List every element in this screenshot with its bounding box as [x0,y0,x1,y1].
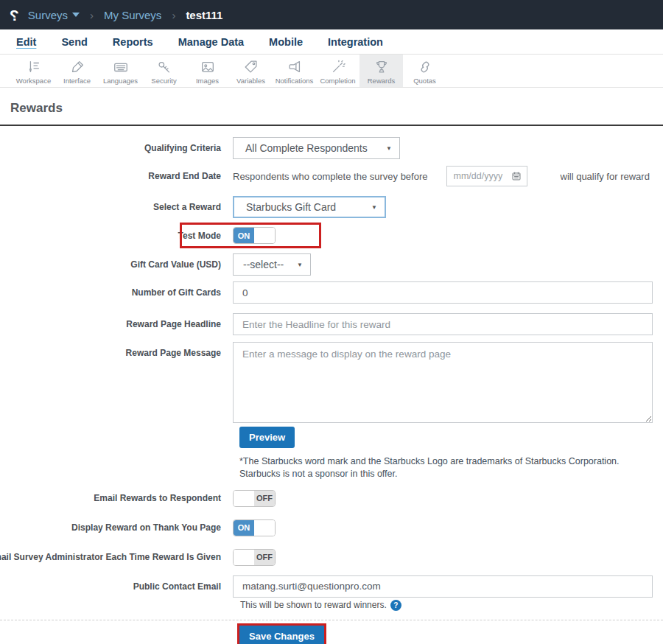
tab-send[interactable]: Send [61,36,87,48]
qualifying-criteria-label: Qualifying Criteria [144,143,221,153]
tab-reports[interactable]: Reports [113,36,153,48]
display-reward-row: Display Reward on Thank You Page ON [0,519,663,536]
public-email-input[interactable] [233,575,653,598]
toolbar-item-label: Rewards [368,77,396,85]
toolbar-item-workspace[interactable]: Workspace [12,55,55,87]
toolbar-item-label: Completion [320,77,355,85]
public-email-helper: This will be shown to reward winners. ? [240,600,663,611]
main-tabs: Edit Send Reports Manage Data Mobile Int… [0,29,663,55]
breadcrumb-separator-icon: › [170,9,177,21]
headline-input[interactable] [233,313,653,335]
tab-mobile[interactable]: Mobile [269,36,303,48]
toolbar-item-interface[interactable]: Interface [55,55,99,87]
toolbar-item-images[interactable]: Images [186,55,229,87]
select-reward-select[interactable]: Starbucks Gift Card ▼ [233,196,386,218]
email-rewards-label: Email Rewards to Respondent [94,493,221,503]
caret-down-icon [72,13,80,17]
calendar-icon[interactable] [511,171,522,181]
page-title: Rewards [10,101,63,115]
toolbar-item-rewards[interactable]: Rewards [359,55,403,87]
questionpro-logo-icon[interactable]: ? [10,7,19,23]
display-reward-toggle[interactable]: ON [233,519,276,536]
gift-card-value-row: Gift Card Value (USD) --select-- ▼ [0,253,663,276]
toolbar-item-languages[interactable]: Languages [99,55,142,87]
toolbar-item-label: Workspace [16,77,51,85]
select-reward-label: Select a Reward [153,202,221,212]
date-placeholder: mm/dd/yyyy [454,171,503,181]
reward-end-date-suffix: will qualify for reward [561,171,650,182]
save-changes-button[interactable]: Save Changes [239,626,324,644]
topbar: ? Surveys › My Surveys › test111 [0,0,663,29]
email-rewards-toggle[interactable]: OFF [233,490,276,507]
toggle-off-state: OFF [254,550,275,565]
email-admin-row: Email Survey Administrator Each Time Rew… [0,549,663,566]
tab-integration[interactable]: Integration [328,36,383,48]
breadcrumb-my-surveys[interactable]: My Surveys [104,9,161,21]
toggle-knob [234,550,254,565]
reward-end-date-row: Reward End Date Respondents who complete… [0,166,663,186]
display-reward-label: Display Reward on Thank You Page [71,522,221,533]
security-icon [156,57,172,75]
message-label: Reward Page Message [126,348,221,358]
edit-toolbar: Workspace Interface Languages Security I… [0,55,663,88]
reward-end-date-prefix: Respondents who complete the survey befo… [233,171,428,182]
email-admin-toggle[interactable]: OFF [233,549,276,566]
qualifying-criteria-value: All Complete Respondents [245,142,368,154]
toggle-on-state: ON [234,228,254,243]
reward-end-date-input[interactable]: mm/dd/yyyy [446,166,527,186]
qualifying-criteria-select[interactable]: All Complete Respondents ▼ [233,137,400,159]
num-gift-cards-input[interactable] [233,281,653,304]
toolbar-item-quotas[interactable]: Quotas [403,55,446,87]
interface-icon [69,57,85,75]
test-mode-label: Test Mode [178,231,221,241]
toolbar-item-label: Quotas [413,77,436,85]
tab-manage-data[interactable]: Manage Data [178,36,244,48]
toolbar-item-label: Security [151,77,176,85]
divider [0,620,663,620]
breadcrumb-surveys-menu[interactable]: Surveys [28,9,80,21]
toolbar-item-completion[interactable]: Completion [316,55,359,87]
tab-edit[interactable]: Edit [16,36,36,48]
chevron-down-icon: ▼ [371,204,377,211]
toolbar-item-variables[interactable]: Variables [229,55,273,87]
num-gift-cards-label: Number of Gift Cards [132,287,221,298]
languages-icon [113,57,129,75]
notifications-icon [287,57,303,75]
toolbar-item-label: Variables [236,77,265,85]
public-email-row: Public Contact Email [0,575,663,598]
gift-card-value-label: Gift Card Value (USD) [130,259,221,270]
toolbar-item-security[interactable]: Security [142,55,186,87]
toolbar-item-notifications[interactable]: Notifications [273,55,316,87]
toolbar-item-label: Languages [103,77,138,85]
chevron-down-icon: ▼ [297,262,303,268]
toggle-off-state: OFF [254,491,275,506]
email-admin-label: Email Survey Administrator Each Time Rew… [0,552,221,562]
num-gift-cards-row: Number of Gift Cards [0,281,663,304]
completion-icon [330,57,346,75]
quotas-links-icon [417,57,433,75]
images-icon [200,57,216,75]
gift-card-value-select[interactable]: --select-- ▼ [233,253,311,276]
preview-button[interactable]: Preview [239,427,295,448]
toggle-knob [254,228,275,243]
reward-end-date-label: Reward End Date [148,171,221,181]
workspace-icon [26,57,42,75]
qualifying-criteria-row: Qualifying Criteria All Complete Respond… [0,137,663,159]
headline-row: Reward Page Headline [0,313,663,335]
breadcrumb-survey-name: test111 [186,9,222,21]
toggle-knob [234,491,254,506]
helper-text: This will be shown to reward winners. [240,600,387,610]
message-textarea[interactable] [233,342,653,423]
test-mode-row: Test Mode ON [0,227,663,244]
email-rewards-row: Email Rewards to Respondent OFF [0,490,663,507]
breadcrumb-surveys[interactable]: Surveys [28,9,68,21]
toolbar-item-label: Interface [63,77,91,85]
select-reward-row: Select a Reward Starbucks Gift Card ▼ [0,196,663,218]
test-mode-toggle[interactable]: ON [233,227,276,244]
headline-label: Reward Page Headline [126,319,221,329]
save-changes-highlight-box: Save Changes [237,623,326,644]
gift-card-value-value: --select-- [243,259,284,270]
message-row: Reward Page Message [0,342,663,423]
chevron-down-icon: ▼ [386,145,392,152]
help-icon[interactable]: ? [390,600,401,611]
